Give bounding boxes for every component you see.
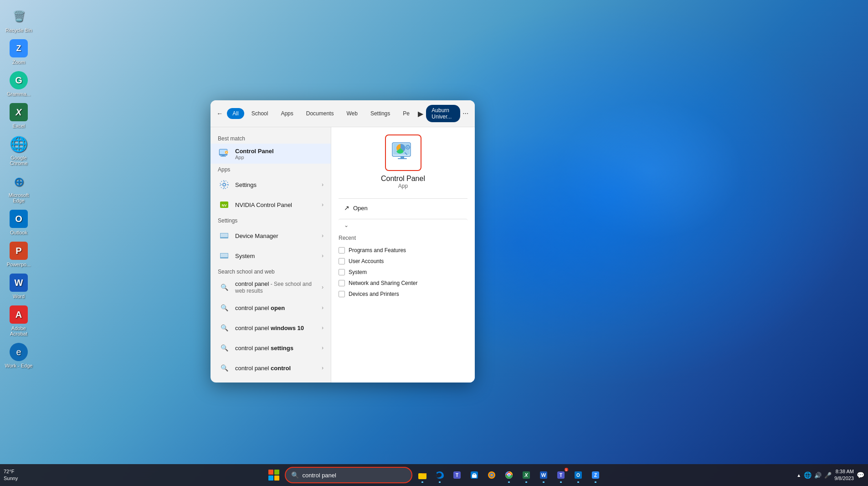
desktop-icon-zoom[interactable]: Z Zoom [2,36,35,67]
tab-web[interactable]: Web [341,108,363,119]
tab-all[interactable]: All [227,108,244,119]
app-preview: Control Panel App [339,134,467,189]
recent-system[interactable]: System [339,267,467,278]
result-system[interactable]: System › [211,246,331,266]
open-arrow: › [322,305,324,311]
search-result-icon-3: 🔍 [218,321,231,334]
outlook-label: Outlook [10,230,27,235]
workedge-icon: e [10,343,28,361]
device-manager-text: Device Manager [235,233,317,239]
tab-auburn[interactable]: Auburn Univer... [426,105,460,122]
weather-condition: Sunny [4,475,18,482]
desktop-icon-grammarly[interactable]: G Gramma... [2,68,35,99]
outlook-icon: O [10,210,28,228]
expand-icon: ⌄ [344,222,349,228]
tab-pe[interactable]: Pe [397,108,415,119]
volume-icon[interactable]: 🔊 [814,472,822,479]
open-action-button[interactable]: ↗ Open [339,201,467,215]
zoom-icon: Z [10,39,28,57]
desktop-icon-workedge[interactable]: e Work - Edge [2,340,35,371]
teams-notification-badge: 1 [565,468,568,471]
recent-item-icon [339,280,345,286]
settings-text: Settings [235,181,317,188]
results-left-panel: Best match [211,127,331,383]
weather-widget[interactable]: 72°F Sunny [4,468,18,482]
excel-icon: X [10,103,28,121]
start-button[interactable] [265,466,283,484]
notifications-icon[interactable]: 💬 [857,471,864,479]
search-icon: 🔍 [291,471,299,479]
search-results-panel: ← All School Apps Documents Web Settings… [211,100,475,383]
svg-text:NV: NV [221,203,227,207]
settings-section-label: Settings [211,215,331,226]
taskbar-store[interactable] [466,467,483,483]
recent-label: Recent [339,235,467,241]
network-icon[interactable]: 🌐 [804,471,812,479]
play-button[interactable]: ▶ [417,107,424,120]
result-cp-settings[interactable]: 🔍 control panel settings › [211,338,331,358]
search-input[interactable] [303,472,394,479]
taskbar-edge[interactable] [431,467,448,483]
powerpoint-icon: P [10,242,28,260]
desktop: 🗑️ Recycle Bin Z Zoom G Gramma... X Exce… [0,0,868,486]
recycle-bin-label: Recycle Bin [5,27,32,33]
recent-item-label: Programs and Features [349,247,406,253]
recent-programs-features[interactable]: Programs and Features [339,245,467,256]
taskbar-excel[interactable]: X [518,467,534,483]
tray-expand[interactable]: ▲ [796,473,801,478]
word-label: Word [13,294,25,299]
taskbar: 72°F Sunny 🔍 [0,464,868,486]
tab-school[interactable]: School [246,108,274,119]
search-result-icon-4: 🔍 [218,341,231,354]
taskbar-teams[interactable]: T [449,467,465,483]
result-device-manager[interactable]: Device Manager › [211,226,331,246]
search-result-icon-1: 🔍 [218,281,231,294]
result-windows10[interactable]: 🔍 control panel windows 10 › [211,318,331,338]
system-clock[interactable]: 8:38 AM 9/8/2023 [834,468,854,482]
expand-button[interactable]: ⌄ [339,219,467,231]
taskbar-firefox[interactable] [483,467,500,483]
result-open[interactable]: 🔍 control panel open › [211,298,331,318]
result-control-panel[interactable]: Control Panel App [211,144,331,164]
tab-apps[interactable]: Apps [275,108,298,119]
recent-network-sharing[interactable]: Network and Sharing Center [339,278,467,289]
recent-item-icon [339,247,345,253]
desktop-icon-msedge[interactable]: ⊕ Microsoft Edge [2,170,35,206]
result-nvidia[interactable]: NV NVIDIA Control Panel › [211,195,331,215]
taskbar-outlook[interactable]: O [570,467,586,483]
desktop-icon-outlook[interactable]: O Outlook [2,207,35,238]
taskbar-teams-2[interactable]: T 1 [553,467,569,483]
tab-settings[interactable]: Settings [365,108,395,119]
svg-point-32 [490,474,493,476]
windows-logo-yellow [274,476,279,481]
microphone-icon[interactable]: 🎤 [824,472,832,479]
acrobat-icon: A [10,305,28,324]
device-manager-arrow: › [322,233,324,239]
desktop-icon-powerpoint[interactable]: P Powerpo... [2,239,35,270]
taskbar-chrome[interactable] [501,467,517,483]
recent-devices-printers[interactable]: Devices and Printers [339,289,467,300]
see-results-arrow: › [322,284,324,290]
taskbar-search[interactable]: 🔍 [285,467,412,483]
desktop-icon-word[interactable]: W Word [2,271,35,302]
cp-settings-text: control panel settings [235,345,317,352]
result-see-results[interactable]: 🔍 control panel - See school and web res… [211,277,331,298]
recent-user-accounts[interactable]: User Accounts [339,256,467,267]
taskbar-zoom[interactable]: Z [587,467,604,483]
svg-rect-3 [221,156,226,157]
result-settings[interactable]: Settings › [211,175,331,195]
desktop-icon-recycle-bin[interactable]: 🗑️ Recycle Bin [2,5,35,36]
desktop-icon-acrobat[interactable]: A Adobe Acrobat [2,303,35,339]
svg-rect-12 [221,233,228,237]
result-cp-control[interactable]: 🔍 control panel control › [211,358,331,378]
desktop-icon-excel[interactable]: X Excel [2,100,35,131]
desktop-icon-chrome[interactable]: 🌐 Google Chrome [2,132,35,169]
best-match-label: Best match [211,133,331,144]
svg-text:O: O [576,473,580,478]
tab-documents[interactable]: Documents [301,108,339,119]
more-tabs-button[interactable]: ··· [462,107,469,120]
taskbar-file-explorer[interactable] [414,467,431,483]
svg-rect-29 [472,475,477,478]
taskbar-word[interactable]: W [535,467,552,483]
back-button[interactable]: ← [216,107,223,120]
